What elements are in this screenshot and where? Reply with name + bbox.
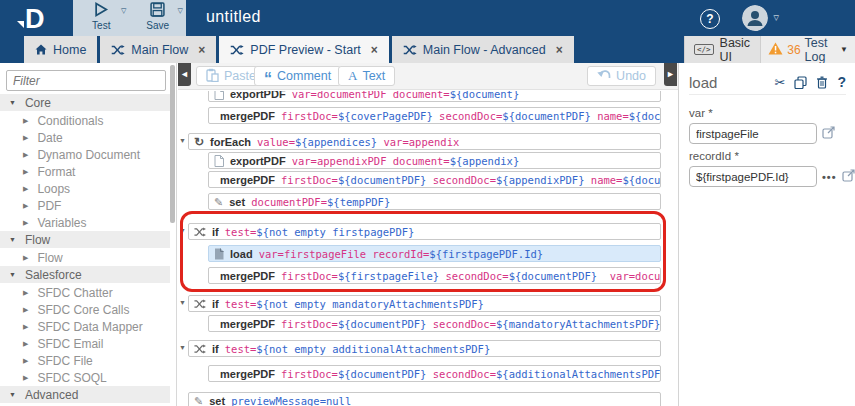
test-log-button[interactable]: 36 Test Log ▼	[761, 36, 855, 64]
step-args: var=documentPDF document=${document}	[292, 91, 520, 100]
flow-step-set[interactable]: ✎setpreviewMessage=null	[188, 392, 661, 406]
app-logo-icon[interactable]: D	[8, 2, 60, 37]
help-icon[interactable]: ?	[700, 9, 720, 29]
item-label: Variables	[37, 216, 86, 230]
tab-pdf-preview-start[interactable]: PDF Preview - Start×	[219, 36, 388, 63]
item-label: SFDC File	[37, 354, 92, 368]
save-dropdown-icon[interactable]: ▽	[178, 7, 183, 15]
document-icon	[214, 91, 224, 100]
delete-icon[interactable]	[816, 76, 828, 89]
test-log-caret-icon[interactable]: ▼	[840, 45, 848, 54]
group-label: Flow	[25, 233, 50, 247]
step-name: mergePDF	[220, 174, 275, 186]
text-button[interactable]: A Text	[338, 66, 395, 86]
sidebar-item-sfdc-chatter[interactable]: ▶SFDC Chatter	[0, 284, 170, 301]
inspector-header: load ✂ ?	[689, 70, 846, 95]
palette-group-salesforce[interactable]: ▼Salesforce	[0, 266, 170, 283]
palette-group-advanced[interactable]: ▼Advanced	[0, 386, 170, 403]
flow-step-if[interactable]: iftest=${not empty additionalAttachments…	[188, 340, 661, 357]
sidebar-item-format[interactable]: ▶Format	[0, 163, 170, 180]
inspector-help-icon[interactable]: ?	[837, 74, 846, 90]
edit-icon: ✎	[194, 396, 203, 406]
cut-icon[interactable]: ✂	[775, 75, 786, 90]
flow-step-mergePDF[interactable]: mergePDFfirstDoc=${coverPagePDF} secondD…	[208, 107, 661, 124]
sidebar-item-pdf[interactable]: ▶PDF	[0, 197, 170, 214]
flow-step-if[interactable]: iftest=${not empty firstpagePDF}	[188, 223, 661, 240]
undo-button[interactable]: Undo	[587, 66, 656, 86]
sidebar-item-sfdc-core-calls[interactable]: ▶SFDC Core Calls	[0, 301, 170, 318]
flow-step-forEach[interactable]: ↻forEachvalue=${appendices} var=appendix	[188, 133, 661, 150]
test-dropdown-icon[interactable]: ▽	[121, 7, 126, 15]
open-expression-editor-button[interactable]	[842, 168, 855, 186]
expander-icon[interactable]: ▼	[179, 344, 186, 351]
external-link-icon[interactable]	[842, 169, 855, 182]
chevron-right-icon: ▶	[23, 340, 28, 348]
flow-step-mergePDF[interactable]: mergePDFfirstDoc=${documentPDF} secondDo…	[208, 315, 661, 332]
chevron-right-icon: ▶	[23, 219, 28, 227]
item-label: SFDC Email	[37, 337, 103, 351]
tab-close-icon[interactable]: ×	[556, 43, 563, 57]
flow-step-exportPDF[interactable]: exportPDFvar=documentPDF document=${docu…	[208, 91, 661, 102]
copy-icon[interactable]	[794, 76, 807, 89]
tab-main-flow-advanced[interactable]: Main Flow - Advanced×	[392, 36, 574, 63]
user-menu-caret-icon[interactable]: ▽	[774, 14, 779, 22]
sidebar-item-date[interactable]: ▶Date	[0, 129, 170, 146]
chevron-down-icon: ▼	[9, 391, 16, 398]
item-label: Format	[37, 165, 75, 179]
palette-group-flow[interactable]: ▼Flow	[0, 231, 170, 248]
flow-step-mergePDF[interactable]: mergePDFfirstDoc=${documentPDF} secondDo…	[208, 365, 661, 382]
sidebar-item-sfdc-soql[interactable]: ▶SFDC SOQL	[0, 369, 170, 386]
sidebar-item-loops[interactable]: ▶Loops	[0, 180, 170, 197]
chevron-right-icon: ▶	[23, 374, 28, 382]
step-args: value=${appendices} var=appendix	[257, 136, 459, 148]
flow-step-mergePDF[interactable]: mergePDFfirstDoc=${firstpageFile} second…	[208, 267, 661, 284]
filter-input[interactable]	[6, 70, 166, 91]
expander-icon[interactable]: ▼	[179, 227, 186, 234]
item-label: PDF	[37, 199, 61, 213]
sidebar-item-sfdc-data-mapper[interactable]: ▶SFDC Data Mapper	[0, 318, 170, 335]
step-name: forEach	[210, 136, 251, 148]
tab-bar: HomeMain Flow×PDF Preview - Start×Main F…	[0, 36, 855, 63]
open-expression-editor-button[interactable]	[822, 125, 835, 143]
save-button[interactable]: Save ▽	[130, 0, 187, 36]
sidebar-scrollbar[interactable]	[170, 65, 175, 223]
palette-group-core[interactable]: ▼Core	[0, 94, 170, 111]
test-button[interactable]: Test ▽	[73, 0, 130, 36]
avatar[interactable]	[742, 5, 768, 31]
chevron-down-icon: ▼	[9, 99, 16, 106]
sidebar-item-sfdc-file[interactable]: ▶SFDC File	[0, 352, 170, 369]
sidebar-item-conditionals[interactable]: ▶Conditionals	[0, 112, 170, 129]
sidebar-item-dynamo-document[interactable]: ▶Dynamo Document	[0, 146, 170, 163]
canvas-toolbar: Paste “ Comment A Text Undo ◄ ►	[178, 63, 678, 90]
sidebar-item-flow[interactable]: ▶Flow	[0, 249, 170, 266]
expander-icon[interactable]: ▼	[179, 137, 186, 144]
flow-step-if[interactable]: iftest=${not empty mandatoryAttachmentsP…	[188, 295, 661, 312]
field-input-recordid[interactable]	[689, 166, 817, 187]
collapse-inspector-handle[interactable]: ►	[664, 63, 677, 86]
group-label: Salesforce	[25, 268, 82, 282]
comment-label: Comment	[277, 69, 331, 83]
external-link-icon[interactable]	[822, 126, 835, 139]
tab-main-flow[interactable]: Main Flow×	[100, 36, 216, 63]
tab-close-icon[interactable]: ×	[371, 43, 378, 57]
flow-step-mergePDF[interactable]: mergePDFfirstDoc=${documentPDF} secondDo…	[208, 171, 661, 188]
chevron-right-icon: ▶	[23, 117, 28, 125]
field-input-var[interactable]	[689, 123, 817, 144]
lookup-dots-button[interactable]: •••	[822, 171, 837, 183]
sidebar-item-sfdc-email[interactable]: ▶SFDC Email	[0, 335, 170, 352]
step-args: previewMessage=null	[231, 395, 351, 406]
step-name: set	[229, 196, 245, 208]
basic-ui-button[interactable]: </> Basic UI	[684, 36, 761, 63]
step-name: exportPDF	[230, 91, 286, 100]
expander-icon[interactable]: ▼	[179, 299, 186, 306]
comment-button[interactable]: “ Comment	[254, 66, 341, 86]
tab-home[interactable]: Home	[24, 36, 97, 63]
sidebar-item-variables[interactable]: ▶Variables	[0, 214, 170, 231]
collapse-sidebar-handle[interactable]: ◄	[178, 63, 191, 86]
tab-close-icon[interactable]: ×	[198, 43, 205, 57]
flow-step-set[interactable]: ✎setdocumentPDF=${tempPDF}	[208, 193, 661, 210]
flow-step-load[interactable]: loadvar=firstpageFile recordId=${firstpa…	[208, 245, 661, 262]
flow-step-partial: exportPDFvar=documentPDF document=${docu…	[208, 91, 661, 104]
flow-step-exportPDF[interactable]: exportPDFvar=appendixPDF document=${appe…	[208, 152, 661, 169]
step-name: if	[212, 298, 219, 310]
